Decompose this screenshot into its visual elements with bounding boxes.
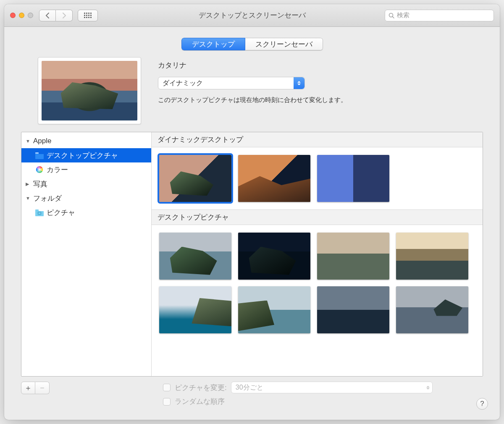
add-folder-button[interactable]: ＋ (21, 382, 35, 394)
sidebar-label: ピクチャ (47, 208, 75, 217)
source-sidebar[interactable]: ▼ Apple デスクトップピクチャ (21, 132, 152, 376)
traffic-lights (10, 13, 33, 18)
add-remove-folder: ＋ − (21, 382, 50, 394)
picture-name: カタリナ (158, 60, 475, 70)
svg-rect-2 (88, 13, 89, 14)
section-pictures-header: デスクトップピクチャ (152, 209, 483, 225)
back-button[interactable] (39, 10, 56, 21)
mode-select[interactable]: ダイナミック (158, 77, 305, 89)
search-placeholder: 検索 (397, 11, 410, 19)
sidebar-group-apple[interactable]: ▼ Apple (21, 134, 151, 148)
sidebar-item-pictures-folder[interactable]: ピクチャ (21, 205, 151, 220)
svg-rect-10 (88, 17, 89, 18)
svg-rect-14 (35, 152, 39, 154)
disclosure-down-icon: ▼ (26, 196, 31, 201)
svg-rect-8 (84, 17, 85, 18)
thumb-catalina-coast-2[interactable] (238, 286, 310, 333)
sidebar-label: デスクトップピクチャ (47, 151, 118, 160)
random-order-label: ランダムな順序 (175, 397, 225, 406)
svg-rect-0 (84, 13, 85, 14)
svg-rect-4 (84, 15, 85, 16)
grid-icon (84, 13, 92, 18)
interval-value: 30分ごと (236, 383, 263, 392)
sidebar-group-photos[interactable]: ▶ 写真 (21, 177, 151, 191)
thumb-catalina-coast-1[interactable] (159, 286, 231, 333)
dynamic-thumbs (152, 147, 483, 209)
thumb-catalina-dynamic[interactable] (159, 155, 231, 202)
window-title: デスクトップとスクリーンセーバ (199, 10, 306, 20)
random-order-row: ランダムな順序 (163, 397, 433, 406)
close-button[interactable] (10, 13, 16, 18)
preview-frame (38, 57, 141, 124)
pictures-thumbs (152, 225, 483, 341)
svg-rect-5 (86, 15, 87, 16)
disclosure-down-icon: ▼ (26, 139, 31, 144)
tab-screensaver[interactable]: スクリーンセーバ (245, 38, 323, 50)
preferences-window: デスクトップとスクリーンセーバ 検索 デスクトップ スクリーンセーバ カタリナ … (4, 4, 500, 420)
remove-folder-button: − (35, 382, 50, 394)
svg-rect-1 (86, 13, 87, 14)
thumb-catalina-hills[interactable] (317, 233, 389, 280)
thumbnail-content[interactable]: ダイナミックデスクトップ デスクトップピクチャ (152, 132, 483, 376)
change-picture-row: ピクチャを変更: 30分ごと (163, 382, 433, 393)
preview-image (42, 61, 137, 120)
svg-point-15 (36, 166, 43, 173)
thumb-catalina-day[interactable] (159, 233, 231, 280)
help-button[interactable]: ? (476, 398, 488, 410)
nav-buttons (39, 10, 73, 21)
change-options: ピクチャを変更: 30分ごと ランダムな順序 (163, 382, 433, 406)
chevron-right-icon (62, 13, 66, 18)
thumb-catalina-dusk[interactable] (317, 286, 389, 333)
tab-segment: デスクトップ スクリーンセーバ (181, 38, 323, 50)
svg-rect-11 (90, 17, 92, 18)
sidebar-label: 写真 (33, 179, 47, 189)
zoom-button (28, 13, 33, 18)
change-picture-label: ピクチャを変更: (175, 383, 227, 393)
show-all-button[interactable] (78, 10, 98, 21)
chevron-left-icon (45, 13, 50, 18)
bottom-controls: ＋ − ピクチャを変更: 30分ごと ランダムな順序 (4, 377, 500, 415)
titlebar: デスクトップとスクリーンセーバ 検索 (4, 4, 500, 27)
random-order-checkbox (163, 398, 171, 406)
sidebar-label: Apple (33, 137, 51, 145)
disclosure-right-icon: ▶ (26, 181, 31, 187)
select-stepper-icon (294, 77, 304, 89)
sidebar-group-folders[interactable]: ▼ フォルダ (21, 191, 151, 205)
svg-rect-16 (35, 209, 39, 211)
sidebar-item-desktop-pictures[interactable]: デスクトップピクチャ (21, 148, 151, 162)
help-icon: ? (480, 400, 484, 408)
search-field[interactable]: 検索 (385, 10, 494, 21)
interval-select: 30分ごと (231, 382, 433, 393)
mode-value: ダイナミック (163, 79, 203, 88)
search-icon (388, 13, 394, 18)
window-body: デスクトップ スクリーンセーバ カタリナ ダイナミック このデスクトップピクチャ… (4, 27, 500, 420)
change-picture-checkbox[interactable] (163, 384, 171, 391)
picture-info: カタリナ ダイナミック このデスクトップピクチャは現在地の時刻に合わせて変化しま… (158, 57, 475, 104)
svg-rect-3 (90, 13, 92, 14)
svg-rect-7 (90, 15, 92, 16)
forward-button[interactable] (56, 10, 73, 21)
tabbar: デスクトップ スクリーンセーバ (4, 27, 500, 57)
thumb-catalina-sunset[interactable] (396, 233, 468, 280)
thumb-mojave-dynamic[interactable] (238, 155, 310, 202)
section-dynamic-header: ダイナミックデスクトップ (152, 132, 483, 147)
thumb-catalina-sea[interactable] (396, 286, 468, 333)
svg-line-13 (393, 16, 394, 18)
minimize-button[interactable] (19, 13, 24, 18)
thumb-solar-gradient[interactable] (317, 155, 389, 202)
stepper-icon (426, 384, 430, 391)
color-wheel-icon (35, 166, 44, 173)
tab-desktop[interactable]: デスクトップ (181, 38, 245, 50)
picture-description: このデスクトップピクチャは現在地の時刻に合わせて変化します。 (158, 96, 475, 104)
sidebar-label: カラー (47, 165, 68, 175)
folder-icon (35, 152, 44, 159)
sidebar-label: フォルダ (33, 194, 62, 203)
svg-rect-9 (86, 17, 87, 18)
folder-icon (35, 209, 44, 216)
thumb-catalina-night[interactable] (238, 233, 310, 280)
picker-split: ▼ Apple デスクトップピクチャ (21, 132, 483, 377)
sidebar-item-colors[interactable]: カラー (21, 162, 151, 177)
svg-rect-6 (88, 15, 89, 16)
current-picture-area: カタリナ ダイナミック このデスクトップピクチャは現在地の時刻に合わせて変化しま… (4, 57, 500, 132)
